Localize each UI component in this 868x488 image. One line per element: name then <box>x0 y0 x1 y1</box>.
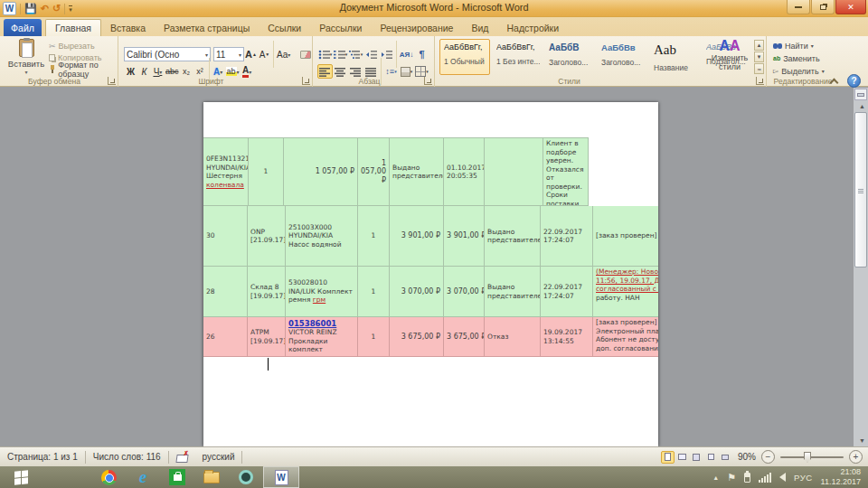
spellcheck-status[interactable] <box>169 447 195 466</box>
scroll-down-icon[interactable]: ▼ <box>859 437 865 444</box>
tab-mailings[interactable]: Рассылки <box>310 19 371 36</box>
table-row[interactable]: 0FE3N11321 HYUNDAI/KIA Шестерня коленвал… <box>203 137 658 206</box>
tab-review[interactable]: Рецензирование <box>371 19 462 36</box>
paragraph-dialog-launcher-icon[interactable] <box>424 77 432 85</box>
table-cell[interactable]: 3 070,00 ₽ <box>390 267 444 317</box>
table-cell[interactable]: 1 057,00 ₽ <box>358 137 390 206</box>
table-cell[interactable]: 1 <box>358 206 390 267</box>
print-layout-view-button[interactable] <box>661 451 675 464</box>
part-number-link[interactable]: 015386001 <box>288 319 336 328</box>
styles-scroll-down-icon[interactable]: ▼ <box>754 52 764 62</box>
zoom-slider[interactable] <box>780 456 844 458</box>
collapse-ribbon-icon[interactable] <box>827 76 840 87</box>
table-cell[interactable]: 3 675,00 ₽ <box>444 317 485 357</box>
volume-icon[interactable] <box>779 473 786 482</box>
table-cell[interactable]: Выдано представителем <box>390 137 444 206</box>
zoom-out-icon[interactable]: − <box>761 450 775 464</box>
table-row[interactable]: 28Склад 8 [19.09.17]530028010 INA/LUK Ко… <box>203 267 658 317</box>
table-cell[interactable]: 22.09.2017 17:24:07 <box>541 206 593 267</box>
table-cell[interactable]: 530028010 INA/LUK Комплект ремня грм <box>286 267 358 317</box>
table-cell[interactable]: 1 057,00 ₽ <box>284 137 358 206</box>
scrollbar-thumb[interactable] <box>854 112 867 267</box>
table-cell[interactable]: (Менеджер: Ново11:56, 19.09.17, Дсогласо… <box>593 267 658 317</box>
styles-scroll-up-icon[interactable]: ▲ <box>754 40 764 51</box>
style-chip-normal[interactable]: АаБбВвГг, 1 Обычный <box>439 39 490 75</box>
tab-page-layout[interactable]: Разметка страницы <box>155 19 259 36</box>
language-status[interactable]: русский <box>195 447 242 466</box>
table-cell[interactable]: 1 <box>358 317 390 357</box>
battery-icon[interactable] <box>744 473 750 483</box>
close-button[interactable]: ✕ <box>835 0 866 14</box>
table-cell[interactable]: 22.09.2017 17:24:07 <box>541 267 593 317</box>
help-icon[interactable]: ? <box>847 74 861 88</box>
table-cell[interactable]: 3 675,00 ₽ <box>390 317 444 357</box>
store-taskbar-button[interactable] <box>160 466 194 488</box>
tab-file[interactable]: Файл <box>4 19 42 36</box>
document-page[interactable]: 0FE3N11321 HYUNDAI/KIA Шестерня коленвал… <box>203 102 658 446</box>
table-cell[interactable]: Выдано представителем <box>485 267 541 317</box>
scroll-up-icon[interactable]: ▲ <box>859 103 865 109</box>
vertical-scrollbar[interactable]: ▲ ▼ <box>854 88 868 446</box>
style-chip-title[interactable]: Aab Название <box>649 39 700 75</box>
style-chip-no-spacing[interactable]: АаБбВвГг, 1 Без инте... <box>492 39 542 75</box>
table-row[interactable]: 30ONP [21.09.17]251003X000 HYUNDAI/KIA Н… <box>203 206 658 267</box>
page-count[interactable]: Страница: 1 из 1 <box>0 447 85 466</box>
paste-button[interactable]: Вставить ▾ <box>5 39 47 75</box>
styles-dialog-launcher-icon[interactable] <box>756 77 764 85</box>
explorer-taskbar-button[interactable] <box>194 466 229 488</box>
zoom-level[interactable]: 90% <box>738 452 756 462</box>
font-dialog-launcher-icon[interactable] <box>302 77 310 85</box>
table-cell[interactable]: ONP [21.09.17] <box>248 206 286 267</box>
table-cell[interactable]: 0FE3N11321 HYUNDAI/KIA Шестерня коленвал… <box>203 137 249 206</box>
tray-expand-icon[interactable]: ▲ <box>712 474 719 481</box>
table-cell[interactable]: 015386001 VICTOR REINZ Прокладки комплек… <box>286 317 358 357</box>
clipboard-dialog-launcher-icon[interactable] <box>108 77 116 85</box>
daemon-taskbar-button[interactable] <box>229 466 263 488</box>
table-cell[interactable]: 28 <box>203 267 248 317</box>
network-signal-icon[interactable] <box>759 473 771 483</box>
table-cell[interactable]: 3 901,00 ₽ <box>444 206 485 267</box>
word-taskbar-button[interactable]: W <box>263 466 299 488</box>
table-cell[interactable]: 30 <box>203 206 248 267</box>
table-cell[interactable]: 3 070,00 ₽ <box>444 267 485 317</box>
tray-clock[interactable]: 21:08 11.12.2017 <box>821 467 861 487</box>
restore-button[interactable] <box>811 0 835 14</box>
replace-button[interactable]: ab Заменить <box>773 52 820 64</box>
table-cell[interactable]: Выдано представителем <box>485 206 541 267</box>
zoom-slider-thumb[interactable] <box>804 452 811 463</box>
table-cell[interactable]: 1 <box>358 267 390 317</box>
styles-more-icon[interactable]: ≂ <box>754 63 764 74</box>
start-button[interactable] <box>0 466 42 488</box>
table-cell[interactable]: Отказ <box>485 317 541 357</box>
style-chip-heading2[interactable]: АаБбВв Заголово... <box>597 39 647 75</box>
fullscreen-view-button[interactable] <box>675 451 689 464</box>
table-cell[interactable] <box>485 137 543 206</box>
outline-view-button[interactable] <box>704 451 718 464</box>
table-cell[interactable]: 1 <box>249 137 284 206</box>
format-painter-button[interactable]: Формат по образцу <box>49 63 118 75</box>
zoom-in-icon[interactable]: + <box>849 450 863 464</box>
table-cell[interactable]: Склад 8 [19.09.17] <box>248 267 286 317</box>
ruler-toggle-icon[interactable] <box>854 89 867 100</box>
ie-taskbar-button[interactable]: e <box>126 466 160 488</box>
tab-addins[interactable]: Надстройки <box>497 19 568 36</box>
word-count[interactable]: Число слов: 116 <box>86 447 168 466</box>
table-cell[interactable]: 26 <box>203 317 248 357</box>
web-layout-view-button[interactable] <box>690 451 703 464</box>
shrink-font-button[interactable]: А▼ <box>258 47 271 61</box>
keyboard-language[interactable]: РУС <box>794 473 813 483</box>
change-styles-button[interactable]: АА Изменить стили <box>707 38 752 71</box>
style-chip-heading1[interactable]: АаБбВ Заголово... <box>544 39 595 75</box>
change-case-button[interactable]: Аа▾ <box>276 47 291 61</box>
find-button[interactable]: Найти▾ <box>773 40 814 52</box>
chrome-taskbar-button[interactable] <box>91 466 126 488</box>
table-cell[interactable]: 251003X000 HYUNDAI/KIA Насос водяной <box>286 206 358 267</box>
tab-view[interactable]: Вид <box>462 19 497 36</box>
select-button[interactable]: ▻ Выделить▾ <box>773 65 825 77</box>
table-cell[interactable]: [заказ проверен]Электронный платАбонент … <box>593 317 658 357</box>
table-row[interactable]: 26АТРМ [19.09.17]015386001 VICTOR REINZ … <box>203 317 658 357</box>
cut-button[interactable]: ✂ Вырезать <box>49 40 118 52</box>
tab-references[interactable]: Ссылки <box>259 19 310 36</box>
table-cell[interactable]: 01.10.2017 20:05:35 <box>444 137 485 206</box>
table-cell[interactable]: 3 901,00 ₽ <box>390 206 444 267</box>
